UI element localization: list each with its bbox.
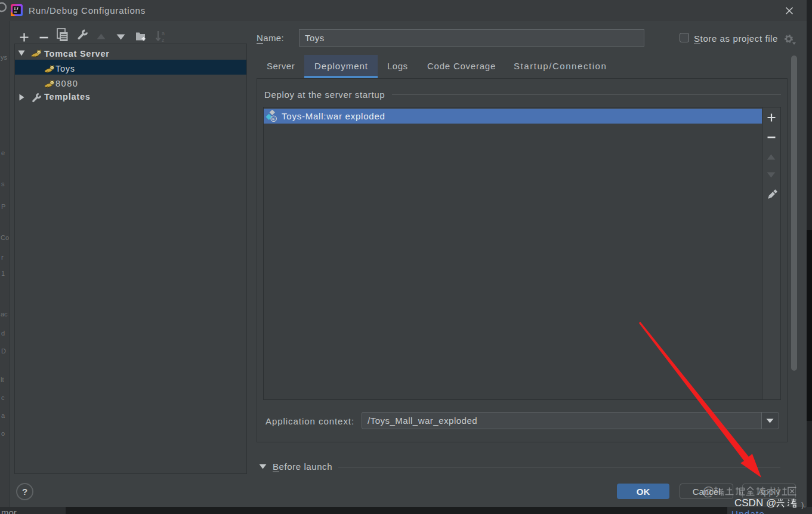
svg-text:a: a [162, 30, 165, 36]
svg-text:z: z [162, 37, 165, 43]
